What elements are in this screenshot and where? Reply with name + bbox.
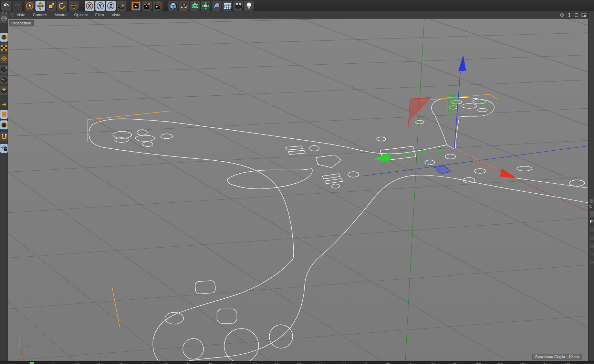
gizmo-blue-arrow[interactable]	[458, 55, 466, 71]
perspective-viewport[interactable]: Y Z X	[8, 19, 588, 361]
menu-camere[interactable]: Camere	[33, 13, 52, 17]
polygons-mode-button[interactable]	[0, 86, 8, 95]
soft-selection-button[interactable]: S	[0, 120, 8, 129]
move-icon	[36, 2, 44, 10]
spline-pen-button[interactable]	[179, 1, 189, 11]
make-editable-button[interactable]	[0, 33, 8, 42]
gizmo-plane-yz[interactable]	[447, 93, 462, 120]
floor-grid-icon	[223, 2, 231, 10]
move-tool-button[interactable]	[35, 1, 45, 11]
svg-text:Z: Z	[110, 3, 113, 9]
arrow-right-icon	[1, 103, 7, 107]
deformer-button[interactable]	[212, 1, 221, 11]
gizmo-plane-xz[interactable]	[435, 165, 451, 174]
svg-text:S: S	[3, 123, 5, 127]
globe-button[interactable]	[0, 14, 8, 23]
render-view-icon	[132, 2, 140, 10]
timeline-ruler[interactable]: 0510152025303540455055606570758085909510…	[0, 361, 594, 364]
toolbar-grip[interactable]	[1, 12, 7, 14]
gizmo-plane-xy-tail	[408, 121, 409, 128]
workplane-lock-icon	[1, 145, 8, 152]
add-cube-button[interactable]	[168, 1, 178, 11]
soft-selection-icon: S	[1, 122, 7, 128]
lock-workplane-button[interactable]	[0, 144, 8, 153]
texture-mode-button[interactable]	[0, 43, 8, 52]
snap-magnet-button[interactable]	[0, 132, 8, 141]
live-selection-button[interactable]	[25, 1, 34, 11]
rotate-tool-button[interactable]	[57, 1, 67, 11]
menu-opzioni[interactable]: Opzioni	[74, 13, 92, 17]
lock-z-axis-button[interactable]: Z	[106, 1, 116, 11]
subdivision-surface-icon	[191, 2, 199, 10]
render-settings-button[interactable]	[153, 1, 163, 11]
menu-vista[interactable]: Vista	[112, 13, 125, 17]
cube-icon	[169, 2, 177, 10]
points-mode-button[interactable]	[0, 65, 8, 74]
light-button[interactable]	[244, 1, 254, 11]
tweak-arrow-button[interactable]	[0, 100, 8, 109]
menu-viste[interactable]: Viste	[17, 13, 30, 17]
scale-tool-button[interactable]	[46, 1, 56, 11]
gizmo-y-axis-line[interactable]	[454, 72, 460, 149]
edges-mode-icon	[1, 77, 7, 83]
z-axis-extended-line	[362, 146, 588, 176]
zoom-view-icon[interactable]	[567, 12, 572, 18]
subdivision-surface-button[interactable]	[190, 1, 200, 11]
axis-indicator: Y Z X	[18, 334, 29, 356]
environment-floor-button[interactable]	[222, 1, 232, 11]
toggle-view-icon[interactable]	[581, 12, 586, 18]
gizmo-plane-handles[interactable]	[408, 93, 491, 174]
z-axis-icon: Z	[107, 2, 115, 10]
deformer-icon	[212, 2, 221, 10]
render-picture-viewer-button[interactable]	[142, 1, 152, 11]
lock-y-axis-button[interactable]: Y	[95, 1, 105, 11]
camera-button[interactable]	[233, 1, 243, 11]
workplane-mode-button[interactable]	[0, 54, 8, 63]
mograph-button[interactable]	[201, 1, 210, 11]
menu-filtro[interactable]: Filtro	[95, 13, 109, 17]
panel-circle-icon[interactable]	[590, 252, 594, 256]
grid-horizontal-lines	[8, 19, 588, 361]
viewport-solo-button[interactable]	[0, 110, 8, 119]
svg-text:Y: Y	[98, 3, 102, 9]
gizmo-red-arrow[interactable]	[500, 168, 517, 178]
menubar-grip[interactable]	[10, 13, 14, 17]
magnet-icon	[1, 133, 7, 140]
pan-view-icon[interactable]	[560, 12, 565, 18]
render-picture-viewer-icon	[143, 2, 151, 10]
last-tool-button[interactable]	[69, 1, 79, 11]
axis-y-label: Y	[18, 334, 21, 338]
points-mode-icon	[1, 66, 7, 73]
panel-circle-icon[interactable]	[590, 227, 594, 232]
panel-partial-button[interactable]	[590, 211, 594, 217]
gizmo-green-arrow[interactable]	[373, 153, 389, 162]
coordinate-system-button[interactable]	[117, 1, 126, 11]
grid-diagonal-lines	[8, 19, 588, 361]
menu-mostra[interactable]: Mostra	[54, 13, 71, 17]
svg-text:X: X	[88, 3, 91, 9]
edges-mode-button[interactable]	[0, 75, 8, 84]
move-gizmo[interactable]	[373, 55, 517, 178]
grid-spacing-label: Spaziatura Griglia : 10 cm	[532, 354, 582, 360]
texture-checker-icon	[1, 45, 7, 51]
undo-button[interactable]	[1, 1, 11, 11]
redo-button[interactable]	[12, 1, 22, 11]
move-icon	[70, 2, 78, 10]
render-settings-icon	[154, 2, 162, 10]
lock-x-axis-button[interactable]: X	[85, 1, 94, 11]
cinema4d-window: X Y Z	[0, 0, 594, 364]
main-toolbar: X Y Z	[0, 0, 594, 11]
gizmo-plane-xy[interactable]	[409, 97, 431, 121]
panel-circle-icon[interactable]	[590, 236, 594, 240]
selection-arrow-icon	[25, 2, 34, 10]
panel-grip[interactable]	[590, 199, 593, 203]
axis-x-label: X	[21, 352, 23, 356]
rotate-view-icon[interactable]	[574, 12, 579, 18]
gizmo-plane-yz-edge	[482, 102, 491, 105]
panel-circle-icon[interactable]	[590, 260, 594, 265]
render-view-button[interactable]	[131, 1, 141, 11]
x-axis-icon: X	[85, 2, 94, 10]
viewport-canvas[interactable]: Y Z X	[8, 19, 588, 361]
panel-circle-icon[interactable]	[590, 244, 594, 248]
y-axis-extended-line	[405, 19, 424, 361]
